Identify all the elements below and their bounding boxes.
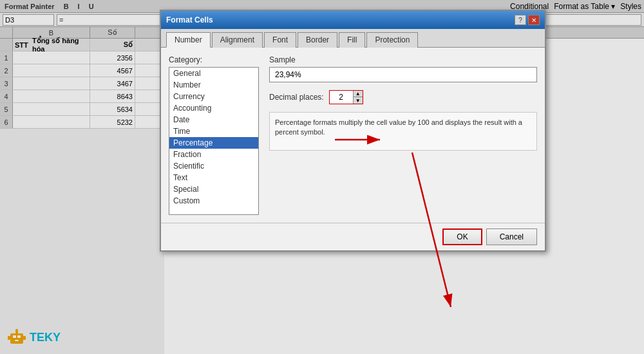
cat-fraction[interactable]: Fraction bbox=[169, 149, 258, 160]
tab-border[interactable]: Border bbox=[298, 32, 337, 48]
sample-label: Sample bbox=[269, 55, 537, 64]
tab-protection[interactable]: Protection bbox=[366, 32, 418, 48]
decimal-input[interactable] bbox=[330, 91, 353, 104]
dialog-title: Format Cells bbox=[166, 15, 213, 24]
cat-time[interactable]: Time bbox=[169, 126, 258, 137]
cat-date[interactable]: Date bbox=[169, 114, 258, 126]
right-panel: Sample 23,94% Decimal places: ▲ ▼ bbox=[269, 55, 537, 215]
spin-down-button[interactable]: ▼ bbox=[354, 97, 363, 104]
dialog-controls: ? ✕ bbox=[515, 15, 540, 25]
cat-general[interactable]: General bbox=[169, 68, 258, 79]
description-area: Percentage formats multiply the cell val… bbox=[269, 112, 537, 151]
tab-fill[interactable]: Fill bbox=[339, 32, 365, 48]
ok-button[interactable]: OK bbox=[442, 228, 482, 245]
category-section: Category: General Number Currency Accoun… bbox=[169, 55, 259, 215]
sample-box: 23,94% bbox=[269, 67, 537, 82]
cat-text[interactable]: Text bbox=[169, 172, 258, 183]
tab-alignment[interactable]: Alignment bbox=[212, 32, 263, 48]
dialog-overlay: Format Cells ? ✕ Number Alignment Font B… bbox=[0, 0, 644, 354]
format-cells-dialog: Format Cells ? ✕ Number Alignment Font B… bbox=[160, 10, 546, 252]
cat-special[interactable]: Special bbox=[169, 183, 258, 195]
cat-number[interactable]: Number bbox=[169, 79, 258, 91]
cat-percentage[interactable]: Percentage bbox=[169, 137, 258, 149]
tab-number[interactable]: Number bbox=[166, 32, 211, 48]
cat-custom[interactable]: Custom bbox=[169, 195, 258, 207]
description-text: Percentage formats multiply the cell val… bbox=[275, 118, 522, 136]
dialog-close-button[interactable]: ✕ bbox=[528, 15, 540, 25]
cat-currency[interactable]: Currency bbox=[169, 91, 258, 102]
spin-up-button[interactable]: ▲ bbox=[354, 91, 363, 97]
decimal-spinner[interactable]: ▲ ▼ bbox=[329, 90, 363, 104]
cancel-button[interactable]: Cancel bbox=[486, 228, 537, 245]
dialog-buttons: OK Cancel bbox=[161, 223, 545, 250]
cat-scientific[interactable]: Scientific bbox=[169, 160, 258, 172]
dialog-tab-bar: Number Alignment Font Border Fill Protec… bbox=[161, 29, 545, 48]
dialog-titlebar: Format Cells ? ✕ bbox=[161, 11, 545, 29]
content-area: Category: General Number Currency Accoun… bbox=[169, 55, 537, 215]
dialog-content: Category: General Number Currency Accoun… bbox=[161, 48, 545, 223]
category-list[interactable]: General Number Currency Accounting Date … bbox=[169, 67, 259, 215]
decimal-label: Decimal places: bbox=[269, 93, 324, 102]
cat-accounting[interactable]: Accounting bbox=[169, 102, 258, 114]
category-label: Category: bbox=[169, 55, 259, 64]
decimal-places-row: Decimal places: ▲ ▼ bbox=[269, 90, 537, 104]
category-list-inner: General Number Currency Accounting Date … bbox=[169, 68, 258, 207]
dialog-help-button[interactable]: ? bbox=[515, 15, 526, 25]
sample-section: Sample 23,94% bbox=[269, 55, 537, 82]
spinner-buttons: ▲ ▼ bbox=[353, 91, 363, 104]
tab-font[interactable]: Font bbox=[264, 32, 296, 48]
